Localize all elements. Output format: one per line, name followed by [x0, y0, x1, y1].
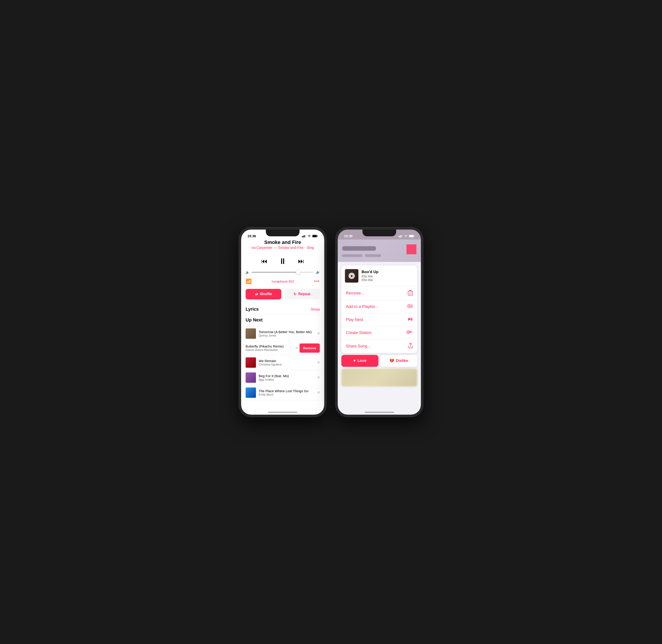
menu-label-add-playlist: Add to a Playlist... — [346, 304, 378, 309]
menu-item-play-next[interactable]: Play Next — [341, 313, 417, 326]
mute-button[interactable] — [239, 256, 239, 264]
queue-info-tomorrow: Tomorrow (A Better You, Better Me) Quinc… — [259, 330, 315, 337]
create-station-icon — [406, 330, 413, 336]
volume-up-button-2[interactable] — [335, 268, 336, 281]
pause-button[interactable]: ⏸ — [279, 256, 287, 266]
status-icons — [302, 235, 318, 237]
menu-item-share-song[interactable]: Share Song... — [341, 339, 417, 353]
queue-info-the-place: The Place Where Lost Things Go Emily Blu… — [259, 389, 315, 396]
phone1-screen: 15:36 — [241, 230, 324, 415]
queue-title-butterfly: Butterfly (Pikachu Remix) — [246, 344, 295, 348]
love-button[interactable]: ♥ Love — [341, 355, 378, 367]
airplay-icon[interactable]: 📶 — [246, 278, 252, 284]
drag-handle-the-place[interactable]: ≡ — [315, 390, 320, 395]
now-playing-row: ▶ Boo'd Up Ella Mai Ella Mai — [341, 266, 417, 286]
mute-button-2[interactable] — [335, 256, 336, 264]
menu-item-add-playlist[interactable]: Add to a Playlist... — [341, 300, 417, 313]
blur-content-row — [342, 245, 416, 254]
queue-info-beg-for-it: Beg For It (feat. Mo) Iggy Azalea — [259, 374, 315, 381]
volume-down-button[interactable] — [239, 284, 239, 298]
volume-track[interactable] — [252, 272, 314, 273]
svg-rect-16 — [408, 291, 413, 295]
blurred-background-top — [338, 239, 421, 262]
play-next-icon — [407, 317, 413, 323]
now-playing-info: Boo'd Up Ella Mai Ella Mai — [361, 270, 414, 282]
svg-rect-7 — [317, 236, 318, 236]
more-options-icon[interactable]: ••• — [314, 279, 320, 284]
signal-icon-2 — [399, 235, 403, 237]
blur-action-dot — [406, 245, 416, 254]
volume-down-button-2[interactable] — [335, 284, 336, 298]
queue-item-the-place: The Place Where Lost Things Go Emily Blu… — [246, 385, 320, 400]
queue-thumb-we-remain — [246, 358, 256, 368]
play-circle-icon: ▶ — [349, 273, 355, 279]
status-bar: 15:36 — [241, 230, 324, 239]
queue-title-beg-for-it: Beg For It (feat. Mo) — [259, 374, 315, 378]
svg-rect-2 — [304, 235, 305, 237]
music-player: Smoke and Fire na Carpenter — Smoke and … — [241, 239, 324, 400]
queue-info-we-remain: We Remain Christina Aguilera — [259, 359, 315, 366]
repeat-button[interactable]: ↻ Repeat — [284, 289, 320, 299]
queue-title-we-remain: We Remain — [259, 359, 315, 363]
svg-rect-11 — [402, 235, 402, 237]
power-button-2[interactable] — [423, 268, 423, 286]
power-button[interactable] — [326, 268, 327, 286]
queue-thumb-the-place — [246, 388, 256, 398]
queue-item-beg-for-it: Beg For It (feat. Mo) Iggy Azalea ≡ — [246, 370, 320, 385]
context-card: ▶ Boo'd Up Ella Mai Ella Mai Remove... — [341, 266, 417, 353]
add-playlist-icon — [407, 304, 413, 309]
track-title: Smoke and Fire — [246, 239, 320, 245]
fast-forward-button[interactable]: ⏭ — [298, 257, 304, 265]
volume-thumb[interactable] — [296, 270, 301, 275]
drag-handle-tomorrow[interactable]: ≡ — [315, 331, 320, 336]
queue-item-butterfly: Butterfly (Pikachu Remix) Dance Dance Re… — [246, 341, 320, 355]
volume-low-icon: 🔈 — [246, 271, 249, 274]
dislike-label: Dislike — [396, 359, 408, 363]
love-dislike-row: ♥ Love 💔 Dislike — [341, 355, 417, 367]
status-time-2: 15:36 — [344, 234, 353, 238]
svg-rect-0 — [302, 236, 303, 237]
playback-controls: ⏮ ⏸ ⏭ — [246, 256, 320, 266]
wifi-icon — [307, 235, 311, 237]
menu-item-remove[interactable]: Remove... — [341, 286, 417, 300]
queue-info-butterfly: Butterfly (Pikachu Remix) Dance Dance Re… — [246, 344, 295, 351]
queue-thumb-tomorrow — [246, 328, 256, 339]
battery-icon — [312, 235, 318, 237]
queue-title-tomorrow: Tomorrow (A Better You, Better Me) — [259, 330, 315, 334]
dislike-button[interactable]: 💔 Dislike — [380, 355, 417, 367]
shuffle-button[interactable]: ⇄ Shuffle — [246, 289, 281, 299]
queue-item-tomorrow: Tomorrow (A Better You, Better Me) Quinc… — [246, 326, 320, 341]
action-buttons: ⇄ Shuffle ↻ Repeat — [246, 289, 320, 299]
svg-rect-1 — [303, 236, 304, 237]
blur-bar-1 — [342, 254, 362, 257]
menu-label-play-next: Play Next — [346, 317, 363, 322]
svg-rect-9 — [400, 236, 400, 237]
share-icon — [408, 343, 413, 349]
rewind-button[interactable]: ⏮ — [261, 257, 267, 265]
show-lyrics-button[interactable]: Show — [311, 307, 320, 312]
now-playing-album: Ella Mai — [361, 275, 414, 278]
volume-up-button[interactable] — [239, 268, 239, 281]
home-indicator[interactable] — [268, 412, 297, 413]
remove-butterfly-button[interactable]: Remove — [300, 343, 320, 353]
queue-artist-the-place: Emily Blunt — [259, 393, 315, 396]
drag-handle-beg-for-it[interactable]: ≡ — [315, 375, 320, 380]
device-row: 📶 nuraphone 602 ••• — [246, 278, 320, 284]
menu-label-share-song: Share Song... — [346, 344, 371, 349]
heart-icon: ♥ — [353, 359, 356, 363]
svg-point-12 — [405, 236, 406, 237]
now-playing-thumb: ▶ — [345, 269, 358, 282]
drag-handle-we-remain[interactable]: ≡ — [315, 360, 320, 365]
home-indicator-2[interactable] — [365, 412, 394, 413]
shuffle-label: Shuffle — [260, 292, 272, 296]
battery-icon-2 — [409, 235, 415, 237]
signal-icon — [302, 235, 306, 237]
volume-high-icon: 🔊 — [316, 271, 320, 274]
drag-handle-butterfly[interactable]: ≡ — [295, 346, 298, 350]
svg-rect-6 — [313, 235, 317, 237]
device-name: nuraphone 602 — [272, 279, 294, 283]
menu-item-create-station[interactable]: Create Station — [341, 326, 417, 339]
queue-artist-beg-for-it: Iggy Azalea — [259, 378, 315, 381]
up-next-title: Up Next — [246, 317, 263, 323]
svg-rect-8 — [399, 236, 399, 237]
